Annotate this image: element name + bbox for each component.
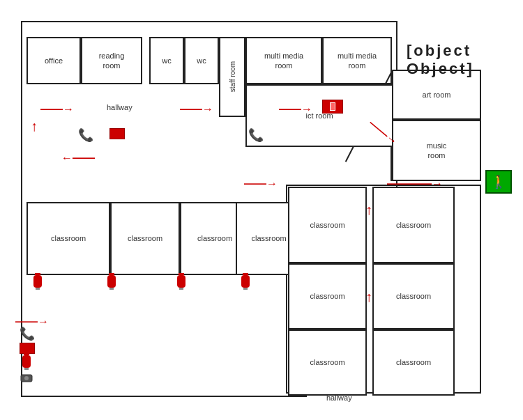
arrow-up-left: ↑ (31, 118, 38, 134)
fire-ext-4 (238, 272, 252, 291)
detector-legend (20, 371, 33, 384)
svg-rect-7 (109, 288, 114, 290)
arrow-corridor-right: ——→ (244, 178, 278, 190)
room-wc1: wc (149, 37, 184, 84)
room-classroom-2: classroom (110, 202, 180, 275)
svg-rect-9 (177, 275, 185, 288)
svg-rect-13 (243, 288, 248, 290)
phone-icon-1: 📞 (78, 127, 93, 143)
room-classroom-6: classroom (372, 187, 455, 263)
room-classroom-1: classroom (26, 202, 110, 275)
svg-rect-3 (33, 275, 42, 288)
school-title: [object Object] (407, 42, 523, 78)
arrow-to-alarm: ——→ (279, 103, 312, 116)
svg-rect-4 (36, 288, 40, 290)
exit-sign-box: 🚶 (485, 170, 512, 194)
fire-ext-2 (105, 272, 119, 291)
svg-rect-8 (179, 273, 184, 275)
fire-ext-3 (174, 272, 188, 291)
floor-plan: { "title": "SCHOOL", "rooms": [ {"id": "… (0, 0, 523, 420)
room-classroom-5: classroom (288, 187, 367, 263)
svg-rect-2 (35, 273, 40, 275)
arrow-left: ←—— (61, 152, 95, 164)
fire-ext-1 (31, 272, 45, 291)
room-classroom-7: classroom (288, 263, 367, 329)
arrow-right-corridor: ————→ (387, 178, 443, 190)
room-music: musicroom (392, 120, 481, 181)
alarm-box-1 (109, 128, 125, 139)
svg-point-18 (24, 376, 29, 380)
hallway-bottom-label: hallway (326, 394, 352, 402)
room-ict: ict room (245, 84, 393, 147)
room-office: office (26, 37, 81, 84)
svg-rect-12 (241, 275, 250, 288)
alarm-box-2 (322, 100, 343, 114)
svg-rect-11 (243, 273, 248, 275)
room-staff: staff room (219, 37, 245, 117)
room-wc2: wc (184, 37, 219, 84)
svg-rect-10 (179, 288, 183, 290)
svg-rect-16 (24, 368, 29, 370)
phone-icon-2: 📞 (248, 127, 264, 143)
room-classroom-9: classroom (288, 329, 367, 396)
arrow-up-cluster: ↑ (365, 202, 372, 218)
arrow-hallway-right: ——→ (40, 103, 74, 116)
hallway-label: hallway (107, 103, 132, 111)
room-classroom-8: classroom (372, 263, 455, 329)
arrow-up-cluster2: ↑ (365, 289, 372, 305)
fire-ext-legend (20, 352, 33, 371)
room-multimedia1: multi mediaroom (245, 37, 322, 84)
room-classroom-10: classroom (372, 329, 455, 396)
svg-rect-14 (24, 353, 29, 355)
svg-rect-6 (107, 275, 116, 288)
phone-icon-legend: 📞 (20, 326, 35, 341)
room-reading: readingroom (81, 37, 142, 84)
svg-rect-15 (22, 355, 31, 368)
svg-rect-5 (109, 273, 114, 275)
room-multimedia2: multi mediaroom (322, 37, 392, 84)
arrow-mid-right: ——→ (180, 103, 213, 116)
